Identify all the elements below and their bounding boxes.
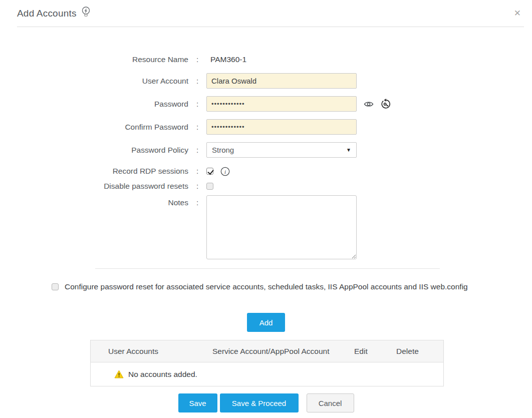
resource-name-label: Resource Name [0,52,188,67]
notes-label: Notes [0,195,188,210]
chevron-down-icon: ▼ [346,147,351,153]
col-header-delete: Delete [396,347,443,356]
notes-textarea[interactable] [206,195,357,259]
user-account-input[interactable] [206,73,357,89]
close-icon[interactable]: ✕ [511,7,524,20]
configure-reset-checkbox[interactable] [52,283,59,290]
notes-row: Notes : [0,195,532,259]
col-header-edit: Edit [354,347,396,356]
password-label: Password [0,97,188,112]
col-header-user-accounts: User Accounts [91,347,212,356]
disable-resets-row: Disable password resets : [0,180,532,192]
resource-name-value: PAM360-1 [206,52,246,67]
footer-actions: Save Save & Proceed Cancel [0,393,532,412]
section-divider [95,268,440,269]
user-account-row: User Account : [0,73,532,89]
show-password-eye-icon[interactable] [364,101,374,108]
configure-reset-row: Configure password reset for associated … [52,282,532,291]
password-policy-label: Password Policy [0,143,188,158]
resource-name-row: Resource Name : PAM360-1 [0,52,532,67]
password-policy-select[interactable]: Strong ▼ [206,142,357,158]
empty-table-message: No accounts added. [128,370,197,379]
info-icon[interactable]: i [220,167,230,176]
generate-password-icon[interactable] [381,99,392,110]
empty-table-row: No accounts added. [91,362,443,386]
modal-header: Add Accounts ✕ [17,0,524,27]
help-tip-bulb-icon[interactable] [81,6,91,18]
password-policy-row: Password Policy : Strong ▼ [0,142,532,158]
disable-resets-checkbox[interactable] [206,183,213,190]
add-button[interactable]: Add [247,313,285,332]
confirm-password-label: Confirm Password [0,120,188,135]
cancel-button[interactable]: Cancel [307,393,354,412]
accounts-table: User Accounts Service Account/AppPool Ac… [90,340,444,386]
record-rdp-label: Record RDP sessions [0,165,188,177]
confirm-password-input[interactable] [206,119,357,135]
svg-text:i: i [224,168,226,174]
password-input[interactable] [206,96,357,112]
configure-reset-label: Configure password reset for associated … [65,282,468,291]
password-row: Password : [0,96,532,112]
col-header-service-account: Service Account/AppPool Account [212,347,354,356]
page-title: Add Accounts [17,8,77,19]
accounts-table-header: User Accounts Service Account/AppPool Ac… [91,340,443,362]
password-policy-selected-value: Strong [212,146,234,154]
save-button[interactable]: Save [178,393,217,412]
add-account-form: Resource Name : PAM360-1 User Account : … [0,52,532,259]
warning-icon [114,370,124,378]
user-account-label: User Account [0,74,188,89]
record-rdp-checkbox[interactable] [206,168,213,175]
record-rdp-row: Record RDP sessions : i [0,165,532,177]
disable-resets-label: Disable password resets [0,180,188,192]
save-and-proceed-button[interactable]: Save & Proceed [220,393,299,412]
confirm-password-row: Confirm Password : [0,119,532,135]
